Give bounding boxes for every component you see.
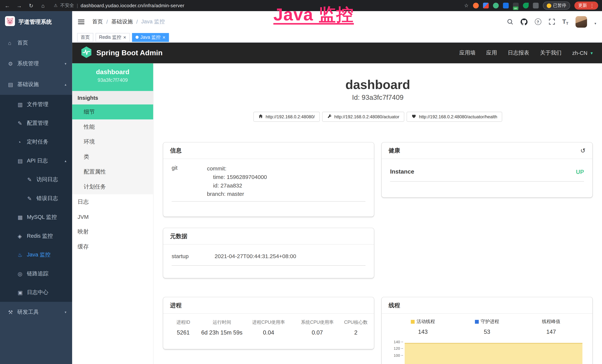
close-icon[interactable]: × [163, 35, 166, 40]
sidebar-item-infrastructure[interactable]: ▤ 基础设施 ▴ [0, 74, 72, 95]
browser-menu-icon[interactable]: ⋮ [590, 3, 594, 8]
sba-menu-item-logs[interactable]: 日志 [72, 194, 153, 209]
sba-locale-value: zh-CN [572, 50, 587, 56]
extension-leaf-icon[interactable] [523, 3, 528, 8]
url-text[interactable]: dashboard.yudao.iocoder.cn/infra/admin-s… [81, 3, 184, 8]
sidebar-item-dev-tools[interactable]: ⚒ 研发工具 ▾ [0, 302, 72, 323]
health-url-text: http://192.168.0.2:48080/actuator/health [419, 115, 497, 119]
sba-nav-about[interactable]: 关于我们 [540, 50, 561, 56]
user-avatar[interactable] [576, 16, 587, 27]
sidebar-item-label: 基础设施 [17, 81, 39, 88]
breadcrumb-infrastructure[interactable]: 基础设施 [111, 18, 133, 25]
extension-proxy-icon[interactable]: on [513, 3, 519, 8]
page-title: dashboard [163, 78, 592, 92]
sba-nav-applications[interactable]: 应用 [486, 50, 497, 56]
sba-menu-item-details[interactable]: 细节 [72, 104, 153, 119]
browser-actions: ☆ on 已暂停 更新 ⋮ [464, 1, 598, 10]
clock-icon: ◔ [18, 139, 27, 145]
address-bar[interactable]: ⚠ 不安全 | dashboard.yudao.iocoder.cn/infra… [54, 2, 184, 9]
cards-grid: 信息 git commit: time: 1596289704000 id: 2… [163, 143, 592, 364]
sba-instance-header[interactable]: dashboard 93a3fc7f7409 [72, 64, 153, 91]
sidebar-item-file-management[interactable]: ▥ 文件管理 [0, 95, 72, 114]
browser-home-icon[interactable]: ⌂ [40, 2, 46, 9]
search-icon[interactable] [507, 18, 513, 25]
stage: ← → ↻ ⌂ ⚠ 不安全 | dashboard.yudao.iocoder.… [0, 0, 602, 364]
breadcrumb-home[interactable]: 首页 [92, 18, 103, 25]
sidebar-item-label: Java 监控 [27, 251, 50, 258]
sidebar-item-scheduled-tasks[interactable]: ◔ 定时任务 [0, 132, 72, 151]
github-icon[interactable] [520, 18, 527, 25]
sidebar-item-java-monitor[interactable]: ♨ Java 监控 [0, 245, 72, 264]
sba-menu-item-scheduled-tasks[interactable]: 计划任务 [72, 179, 153, 194]
sba-nav-journal[interactable]: 日志报表 [508, 50, 529, 56]
sba-menu-item-environment[interactable]: 环境 [72, 134, 153, 150]
font-size-icon[interactable]: T T [562, 18, 569, 25]
legend-label: 线程峰值 [542, 318, 560, 325]
close-icon[interactable]: × [123, 35, 126, 40]
app-logo[interactable]: 芋道管理系统 [0, 11, 72, 33]
sba-menu-item-caches[interactable]: 缓存 [72, 239, 153, 254]
help-icon[interactable]: ? [535, 18, 541, 25]
fullscreen-icon[interactable] [548, 18, 555, 25]
infrastructure-icon: ▤ [8, 81, 17, 87]
legend-active-threads: 活动线程 143 [391, 318, 455, 335]
browser-back-icon[interactable]: ← [4, 2, 11, 9]
browser-update-button[interactable]: 更新 ⋮ [574, 1, 598, 10]
sidebar-item-trace[interactable]: ◎ 链路追踪 [0, 264, 72, 283]
chevron-up-icon: ▴ [65, 83, 66, 86]
avatar-caret-icon[interactable]: ▾ [595, 21, 596, 25]
extension-vue-icon[interactable] [493, 3, 499, 8]
log-center-icon: ▣ [18, 289, 27, 295]
sba-brand[interactable]: Spring Boot Admin [81, 46, 163, 60]
process-card-title: 进程 [163, 297, 374, 314]
cards-column-right: 健康 ↺ Instance UP [382, 143, 592, 364]
sidebar-item-mysql-monitor[interactable]: ▦ MySQL 监控 [0, 208, 72, 226]
tab-redis-monitor[interactable]: Redis 监控 × [96, 33, 129, 42]
active-dot [135, 36, 139, 39]
sba-menu-item-jvm[interactable]: JVM [72, 209, 153, 224]
annotation-java-monitor: Java 监控 [273, 3, 354, 26]
sidebar-collapse-icon[interactable] [78, 18, 86, 25]
sba-locale-select[interactable]: zh-CN ▼ [572, 50, 593, 56]
health-url-link[interactable]: http://192.168.0.2:48080/actuator/health [407, 112, 502, 122]
tab-java-monitor[interactable]: Java 监控 × [132, 33, 169, 42]
sidebar-item-home[interactable]: ⌂ 首页 [0, 33, 72, 54]
cpu-cores-value: 2 [342, 329, 370, 336]
sba-nav-wallboard[interactable]: 应用墙 [459, 50, 475, 56]
sba-menu-item-mappings[interactable]: 映射 [72, 224, 153, 239]
security-label[interactable]: 不安全 [60, 2, 74, 9]
sidebar-item-redis-monitor[interactable]: ◈ Redis 监控 [0, 227, 72, 245]
service-url-link[interactable]: http://192.168.0.2:48080/ [253, 112, 320, 122]
sidebar-item-system-management[interactable]: ⚙ 系统管理 ▾ [0, 54, 72, 74]
sba-brand-label: Spring Boot Admin [97, 49, 163, 57]
process-col-system-cpu: 系统CPU使用率 [293, 319, 342, 326]
actuator-url-link[interactable]: http://192.168.0.2:48080/actuator [322, 112, 404, 122]
browser-reload-icon[interactable]: ↻ [28, 2, 34, 9]
extension-fox-icon[interactable] [473, 3, 479, 8]
sidebar-item-label: 研发工具 [17, 309, 39, 316]
sidebar-item-api-logs[interactable]: ▤ API 日志 ▴ [0, 151, 72, 170]
health-card-title: 健康 [389, 147, 400, 154]
extension-pin-icon[interactable] [483, 3, 489, 8]
sba-menu-item-performance[interactable]: 性能 [72, 119, 153, 134]
health-card: 健康 ↺ Instance UP [382, 143, 592, 197]
sidebar-item-label: 系统管理 [17, 60, 39, 67]
extension-puzzle-icon[interactable] [533, 3, 538, 8]
tab-home[interactable]: 首页 [77, 33, 93, 42]
history-icon[interactable]: ↺ [580, 147, 585, 154]
sidebar-item-error-logs[interactable]: ✎ 错误日志 [0, 189, 72, 208]
tab-label: Java 监控 [140, 34, 161, 40]
metadata-card-title: 元数据 [163, 228, 374, 245]
sidebar-item-config-management[interactable]: ✎ 配置管理 [0, 114, 72, 132]
sidebar-item-label: MySQL 监控 [27, 214, 57, 221]
sba-menu-item-classes[interactable]: 类 [72, 150, 153, 164]
extension-grid-icon[interactable] [503, 3, 509, 8]
paused-extension-badge[interactable]: 已暂停 [543, 1, 570, 10]
status-badge: UP [576, 169, 584, 175]
sba-menu-item-config-properties[interactable]: 配置属性 [72, 164, 153, 179]
bookmark-star-icon[interactable]: ☆ [464, 3, 469, 8]
git-branch-line: branch: master [207, 190, 267, 198]
sidebar-item-access-logs[interactable]: ✎ 访问日志 [0, 170, 72, 189]
browser-forward-icon[interactable]: → [16, 2, 23, 9]
sidebar-item-log-center[interactable]: ▣ 日志中心 [0, 283, 72, 302]
